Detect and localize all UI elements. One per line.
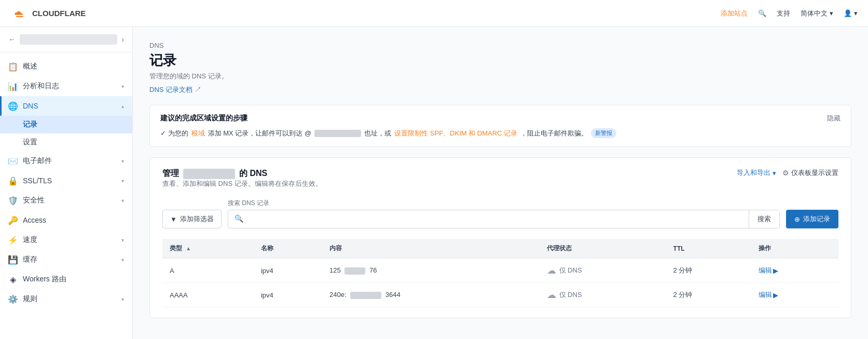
account-dropdown[interactable]: 👤 ▾ — [844, 9, 858, 17]
filter-btn[interactable]: ▼ 添加筛选器 — [162, 210, 222, 228]
analytics-chevron-icon: ▾ — [121, 84, 124, 89]
cache-chevron-icon: ▾ — [121, 257, 124, 263]
sidebar-item-analytics[interactable]: 📊 分析和日志 ▾ — [0, 76, 132, 96]
email-chevron-icon: ▾ — [121, 158, 124, 164]
sidebar-nav: 📋 概述 📊 分析和日志 ▾ 🌐 DNS ▴ 记录 设置 — [0, 52, 132, 313]
sidebar-item-ssl[interactable]: 🔒 SSL/TLS ▾ — [0, 171, 132, 191]
sidebar-item-access[interactable]: 🔑 Access — [0, 210, 132, 230]
dns-card-subtitle: 查看、添加和编辑 DNS 记录。编辑将在保存后生效。 — [162, 179, 322, 188]
sidebar-item-label: 缓存 — [23, 255, 37, 264]
sidebar-item-cache[interactable]: 💾 缓存 ▾ — [0, 250, 132, 269]
alert-domain-label: 根域 — [191, 129, 205, 138]
sidebar-item-label: DNS — [23, 102, 38, 110]
cloudflare-logo-icon — [10, 7, 29, 20]
alert-box: 建议的完成区域设置的步骤 ✓ 为您的 根域 添加 MX 记录，让邮件可以到达 @… — [149, 105, 851, 147]
records-label: 记录 — [23, 120, 37, 129]
cache-icon: 💾 — [8, 255, 18, 264]
sidebar-item-workers[interactable]: ◈ Workers 路由 — [0, 269, 132, 289]
row2-proxy: ☁ 仅 DNS — [540, 283, 666, 307]
table-row: A ipv4 125 76 ☁ 仅 DNS — [162, 259, 838, 283]
sidebar-item-speed[interactable]: ⚡ 速度 ▾ — [0, 230, 132, 250]
overview-icon: 📋 — [8, 62, 18, 71]
forward-arrow-icon[interactable]: › — [121, 35, 124, 44]
col-action: 操作 — [751, 239, 838, 259]
alert-text-suffix: 也址，或 — [364, 129, 391, 138]
add-record-label: 添加记录 — [803, 214, 830, 224]
cloud-icon: ☁ — [547, 289, 556, 301]
edit-arrow-icon: ▶ — [773, 267, 778, 275]
speed-icon: ⚡ — [8, 235, 18, 245]
import-export-label: 导入和导出 — [737, 168, 770, 178]
search-submit-btn[interactable]: 搜索 — [749, 210, 779, 228]
alert-title: 建议的完成区域设置的步骤 — [160, 114, 616, 123]
docs-link[interactable]: DNS 记录文档 ↗ — [149, 85, 201, 94]
sidebar-item-label: 规则 — [23, 294, 37, 304]
sidebar-sub-item-settings[interactable]: 设置 — [0, 133, 132, 151]
import-export-btn[interactable]: 导入和导出 ▾ — [737, 168, 776, 178]
search-input-icon: 🔍 — [228, 210, 247, 228]
logo-text: CLOUDFLARE — [32, 9, 86, 18]
sidebar-item-label: 概述 — [23, 62, 37, 71]
row1-content: 125 76 — [322, 259, 539, 283]
proxy-status-badge: ☁ 仅 DNS — [547, 289, 659, 301]
sidebar-item-security[interactable]: 🛡️ 安全性 ▾ — [0, 191, 132, 210]
add-site-btn[interactable]: 添加站点 — [721, 9, 748, 18]
col-content: 内容 — [322, 239, 539, 259]
sidebar-item-label: 安全性 — [23, 196, 45, 205]
new-badge: 新警报 — [591, 128, 616, 138]
table-row: AAAA ipv4 240e: 3644 ☁ 仅 DNS — [162, 283, 838, 307]
alert-dismiss-btn[interactable]: 隐藏 — [827, 114, 841, 123]
analytics-icon: 📊 — [8, 82, 18, 91]
row2-content: 240e: 3644 — [322, 283, 539, 307]
alert-content: 建议的完成区域设置的步骤 ✓ 为您的 根域 添加 MX 记录，让邮件可以到达 @… — [160, 114, 616, 138]
sidebar-item-label: Access — [23, 216, 46, 224]
dns-card-title: 管理 的 DNS — [162, 168, 322, 179]
sidebar-item-label: SSL/TLS — [23, 177, 52, 185]
filter-label: 添加筛选器 — [180, 214, 214, 224]
search-row: ▼ 添加筛选器 搜索 DNS 记录 🔍 搜索 ⊕ 添加记录 — [162, 199, 838, 228]
row1-type: A — [162, 259, 254, 283]
logo: CLOUDFLARE — [10, 7, 86, 20]
speed-chevron-icon: ▾ — [121, 237, 124, 243]
main-layout: ← › 📋 概述 📊 分析和日志 ▾ 🌐 DNS ▴ 记 — [0, 27, 868, 339]
col-ttl: TTL — [666, 239, 752, 259]
search-btn[interactable]: 🔍 — [758, 9, 766, 17]
sidebar-item-email[interactable]: ✉️ 电子邮件 ▾ — [0, 151, 132, 171]
row1-name: ipv4 — [254, 259, 322, 283]
support-dropdown[interactable]: 支持 — [777, 9, 790, 18]
language-chevron-icon: ▾ — [830, 9, 833, 17]
dashboard-settings-btn[interactable]: ⚙ 仪表板显示设置 — [782, 168, 838, 178]
settings-label: 设置 — [23, 138, 37, 147]
back-arrow-icon[interactable]: ← — [8, 35, 16, 44]
alert-spf-link[interactable]: 设置限制性 SPF、DKIM 和 DMARC 记录 — [394, 129, 517, 138]
sidebar-item-label: Workers 路由 — [23, 275, 66, 284]
dns-title-suffix: 的 DNS — [239, 168, 267, 179]
sidebar-item-rules[interactable]: ⚙️ 规则 ▾ — [0, 289, 132, 309]
search-icon: 🔍 — [758, 9, 766, 17]
rules-chevron-icon: ▾ — [121, 296, 124, 302]
dns-domain-blur — [183, 169, 235, 179]
row2-ttl: 2 分钟 — [666, 283, 752, 307]
settings-gear-icon: ⚙ — [782, 169, 789, 177]
dns-card: 管理 的 DNS 查看、添加和编辑 DNS 记录。编辑将在保存后生效。 导入和导… — [149, 157, 851, 318]
col-type: 类型 ▲ — [162, 239, 254, 259]
ssl-icon: 🔒 — [8, 176, 18, 185]
col-proxy: 代理状态 — [540, 239, 666, 259]
navbar: CLOUDFLARE 添加站点 🔍 支持 简体中文 ▾ 👤 ▾ — [0, 0, 868, 27]
sidebar-sub-item-records[interactable]: 记录 — [0, 116, 132, 133]
sidebar-item-overview[interactable]: 📋 概述 — [0, 57, 132, 76]
add-icon: ⊕ — [794, 215, 800, 223]
language-dropdown[interactable]: 简体中文 ▾ — [801, 9, 833, 18]
row1-action: 编辑 ▶ — [751, 259, 838, 283]
dns-icon: 🌐 — [8, 101, 18, 111]
sidebar-item-label: 电子邮件 — [23, 156, 52, 166]
row2-edit-btn[interactable]: 编辑 ▶ — [759, 290, 831, 300]
col-name: 名称 — [254, 239, 322, 259]
account-chevron-icon: ▾ — [854, 9, 858, 17]
search-input[interactable] — [247, 210, 749, 228]
row1-edit-btn[interactable]: 编辑 ▶ — [759, 266, 831, 275]
search-input-container: 🔍 搜索 — [228, 210, 780, 228]
alert-text-end: ，阻止电子邮件欺骗。 — [520, 129, 588, 138]
add-record-btn[interactable]: ⊕ 添加记录 — [786, 210, 838, 228]
sidebar-item-dns[interactable]: 🌐 DNS ▴ — [0, 96, 132, 116]
